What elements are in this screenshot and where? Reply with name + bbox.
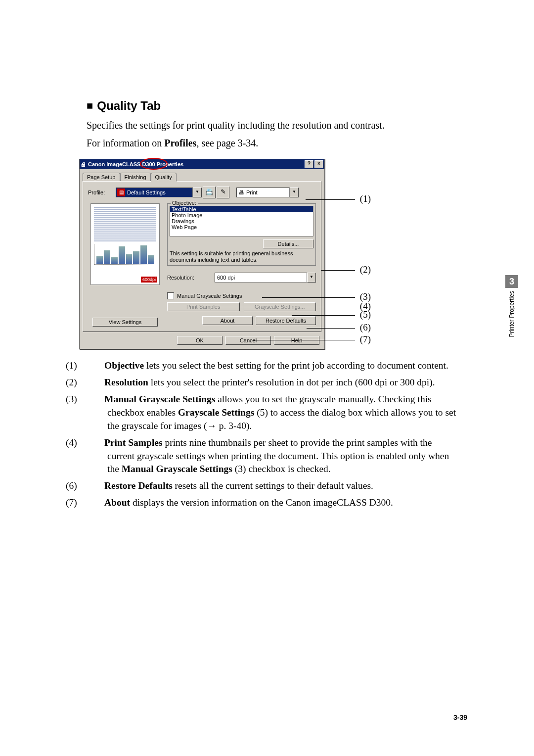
tabpanel-quality: Profile: ▤ Default Settings ▼ 📇 ✎ 🖶: [83, 181, 321, 332]
desc-6-num: (6): [87, 479, 104, 492]
callout-1: (1): [306, 199, 355, 200]
desc-1-text: lets you select the best setting for the…: [144, 360, 448, 371]
quality-tab-highlight-oval: [140, 158, 168, 170]
desc-7-text: displays the version information on the …: [130, 497, 393, 508]
intro-paragraph-2: For information on Profiles, see page 3-…: [87, 136, 460, 150]
view-settings-button[interactable]: View Settings: [92, 318, 158, 327]
callout-6: (6): [307, 328, 355, 329]
tab-finishing[interactable]: Finishing: [120, 173, 151, 182]
objective-listbox[interactable]: Text/Table Photo Image Drawings Web Page: [170, 206, 313, 236]
intro2-b: Profiles: [164, 138, 196, 148]
objective-option-web-page[interactable]: Web Page: [170, 224, 313, 230]
section-heading: ■Quality Tab: [87, 99, 460, 113]
titlebar-close-button[interactable]: ×: [314, 160, 323, 168]
callout-5: (5): [292, 315, 355, 316]
chapter-label: Printer Properties: [508, 291, 515, 337]
callout-4: (4): [208, 307, 355, 307]
desc-item-3: (3)Manual Grayscale Settings allows you …: [87, 393, 460, 432]
preview-fake-chart: [94, 244, 156, 265]
desc-7-num: (7): [87, 496, 104, 509]
output-combo[interactable]: 🖶 Print: [236, 188, 290, 197]
desc-4-num: (4): [87, 436, 104, 449]
desc-4-bold1: Print Samples: [104, 437, 163, 448]
preview-column: 600dpi View Settings: [88, 203, 162, 327]
callout-7-num: (7): [360, 334, 371, 345]
preview-dpi-badge: 600dpi: [141, 277, 157, 283]
description-list: (1)Objective lets you select the best se…: [87, 359, 460, 510]
printer-icon: 🖶: [239, 189, 244, 195]
profile-icon: ▤: [117, 189, 125, 196]
desc-item-7: (7)About displays the version informatio…: [87, 496, 460, 509]
details-button[interactable]: Details...: [263, 239, 313, 248]
heading-text: Quality Tab: [97, 99, 161, 112]
about-button[interactable]: About: [202, 316, 253, 325]
profile-tool-button-1[interactable]: 📇: [203, 187, 216, 198]
desc-2-text: lets you select the printer's resolution…: [148, 377, 435, 387]
titlebar-help-button[interactable]: ?: [305, 160, 313, 168]
desc-3-bold2: Grayscale Settings: [178, 407, 254, 418]
desc-7-bold: About: [104, 497, 130, 508]
tabs-area: Page Setup Finishing Quality Profile: ▤ …: [80, 169, 324, 332]
objective-option-text-table[interactable]: Text/Table: [170, 206, 313, 212]
screenshot-wrap: 🖨 Canon imageCLASS D300 Properties ? × P…: [79, 159, 460, 349]
callout-2-num: (2): [360, 264, 371, 275]
callout-3: (3): [262, 297, 355, 298]
cancel-button[interactable]: Cancel: [225, 336, 271, 345]
titlebar: 🖨 Canon imageCLASS D300 Properties ? ×: [80, 159, 324, 169]
desc-2-bold: Resolution: [104, 377, 148, 387]
callout-5-num: (5): [360, 309, 371, 320]
bottom-button-row: OK Cancel Help: [80, 332, 324, 349]
intro2-a: For information on: [87, 138, 164, 148]
desc-item-2: (2)Resolution lets you select the printe…: [87, 376, 460, 389]
desc-1-num: (1): [87, 359, 104, 372]
output-dropdown-button[interactable]: ▼: [290, 188, 299, 197]
heading-marker: ■: [87, 99, 93, 112]
side-tab: 3 Printer Properties: [505, 275, 518, 337]
resolution-row: Resolution: 600 dpi ▼: [167, 273, 316, 283]
callout-1-num: (1): [360, 193, 371, 204]
desc-3-bold1: Manual Grayscale Settings: [104, 394, 215, 404]
properties-dialog: 🖨 Canon imageCLASS D300 Properties ? × P…: [79, 159, 325, 349]
objective-option-photo-image[interactable]: Photo Image: [170, 212, 313, 218]
desc-6-bold: Restore Defaults: [104, 480, 173, 491]
resolution-value: 600 dpi: [217, 275, 235, 281]
page-number: 3-39: [453, 713, 467, 721]
profile-value: Default Settings: [127, 189, 166, 195]
resolution-dropdown-button[interactable]: ▼: [307, 273, 316, 283]
objective-description: This setting is suitable for printing ge…: [170, 250, 313, 263]
right-column: Objective: Text/Table Photo Image Drawin…: [162, 203, 316, 327]
resolution-combo[interactable]: 600 dpi: [215, 273, 307, 283]
restore-defaults-button[interactable]: Restore Defaults: [256, 316, 316, 325]
output-combo-label: Print: [246, 189, 258, 195]
resolution-label: Resolution:: [167, 275, 215, 281]
desc-2-num: (2): [87, 376, 104, 389]
objective-option-drawings[interactable]: Drawings: [170, 218, 313, 224]
tab-page-setup[interactable]: Page Setup: [83, 173, 120, 182]
profile-label: Profile:: [88, 189, 116, 195]
preview-box: 600dpi: [90, 203, 160, 285]
desc-3-text3: p. 3-40).: [217, 421, 252, 431]
callout-6-num: (6): [360, 322, 371, 333]
manual-grayscale-row: Manual Grayscale Settings: [167, 292, 316, 299]
desc-3-arrow-icon: →: [207, 420, 217, 431]
profile-select[interactable]: ▤ Default Settings: [116, 188, 193, 197]
chapter-number: 3: [505, 275, 518, 288]
desc-1-bold: Objective: [104, 360, 144, 371]
desc-4-bold2: Manual Grayscale Settings: [122, 464, 232, 474]
intro-paragraph-1: Specifies the settings for print quality…: [87, 118, 460, 132]
help-button[interactable]: Help: [274, 336, 319, 345]
manual-grayscale-checkbox[interactable]: [167, 292, 174, 299]
objective-group: Objective: Text/Table Photo Image Drawin…: [167, 203, 316, 266]
titlebar-text: Canon imageCLASS D300 Properties: [88, 161, 183, 167]
profile-dropdown-button[interactable]: ▼: [193, 188, 202, 197]
ok-button[interactable]: OK: [177, 336, 222, 345]
desc-item-4: (4)Print Samples prints nine thumbnails …: [87, 436, 460, 475]
desc-item-1: (1)Objective lets you select the best se…: [87, 359, 460, 372]
titlebar-icon: 🖨: [81, 161, 86, 167]
profile-tool-button-2[interactable]: ✎: [217, 187, 229, 198]
callout-7: (7): [252, 340, 355, 340]
profile-row: Profile: ▤ Default Settings ▼ 📇 ✎ 🖶: [88, 187, 316, 198]
manual-grayscale-label: Manual Grayscale Settings: [177, 293, 242, 299]
intro2-c: , see page 3-34.: [196, 138, 258, 148]
tab-quality[interactable]: Quality: [151, 173, 177, 182]
